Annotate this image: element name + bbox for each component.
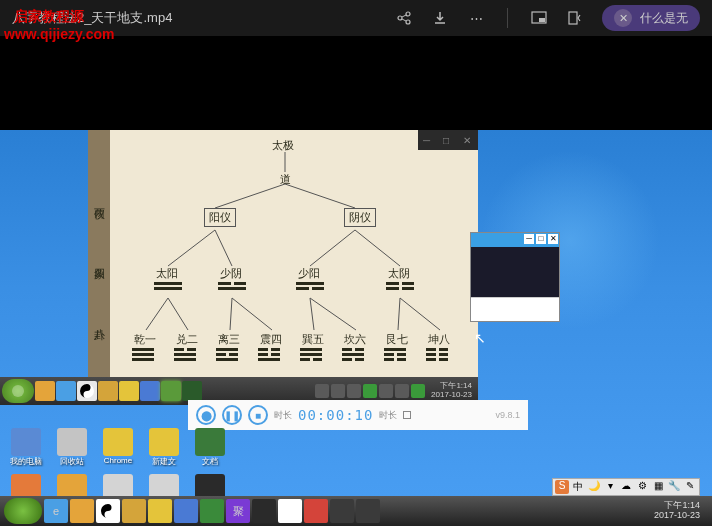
- diagram-sidebar: 两仪 四象 八卦: [88, 130, 110, 390]
- search-pill[interactable]: ✕ 什么是无: [602, 5, 700, 31]
- tree-sub: 道: [280, 172, 291, 187]
- desktop-icon[interactable]: 我的电脑: [6, 428, 46, 470]
- taskbar-item[interactable]: [70, 499, 94, 523]
- svg-line-20: [310, 298, 356, 330]
- taskbar-item[interactable]: [119, 381, 139, 401]
- tree-l2-0: 阳仪: [204, 208, 236, 227]
- close-icon[interactable]: ✕: [614, 9, 632, 27]
- desktop-icon[interactable]: 回收站: [52, 428, 92, 470]
- tree-l3-3: 太阴: [388, 266, 410, 281]
- taskbar-ie-icon[interactable]: e: [44, 499, 68, 523]
- taskbar-item[interactable]: [140, 381, 160, 401]
- more-icon[interactable]: ⋯: [467, 9, 485, 27]
- taskbar-item[interactable]: [200, 499, 224, 523]
- record-button[interactable]: ⬤: [196, 405, 216, 425]
- hexagram-1: [154, 282, 182, 290]
- svg-rect-7: [569, 12, 577, 24]
- taskbar-item[interactable]: [356, 499, 380, 523]
- tray-icon[interactable]: [411, 384, 425, 398]
- tree-l4-2: 离三: [218, 332, 240, 347]
- diagram-titlebar: ─ □ ✕: [418, 130, 478, 150]
- svg-line-14: [355, 230, 400, 266]
- secondary-window[interactable]: ─ □ ✕: [470, 232, 560, 322]
- taskbar-item[interactable]: [35, 381, 55, 401]
- tray-icon[interactable]: [395, 384, 409, 398]
- taskbar-item[interactable]: [252, 499, 276, 523]
- taskbar-item-yinyang[interactable]: [77, 381, 97, 401]
- tray-icon[interactable]: [363, 384, 377, 398]
- pause-button[interactable]: ❚❚: [222, 405, 242, 425]
- svg-line-16: [168, 298, 188, 330]
- svg-line-9: [215, 184, 285, 208]
- taskbar-folder-icon[interactable]: [148, 499, 172, 523]
- outer-clock[interactable]: 下午1:142017-10-23: [650, 501, 704, 521]
- ime-tool-icon[interactable]: 🔧: [667, 480, 681, 494]
- taskbar-item[interactable]: [56, 381, 76, 401]
- tree-l3-1: 少阴: [220, 266, 242, 281]
- maximize-icon[interactable]: □: [536, 234, 546, 244]
- ime-dropdown-icon[interactable]: ▾: [603, 480, 617, 494]
- stop-button[interactable]: ■: [248, 405, 268, 425]
- taskbar-item[interactable]: 聚: [226, 499, 250, 523]
- tree-l4-4: 巽五: [302, 332, 324, 347]
- desktop-icon[interactable]: Chrome: [98, 428, 138, 470]
- download-icon[interactable]: [431, 9, 449, 27]
- maximize-icon[interactable]: □: [443, 135, 453, 145]
- ime-lang-icon[interactable]: 中: [571, 480, 585, 494]
- diagram-window[interactable]: 两仪 四象 八卦 ─ □ ✕: [88, 130, 478, 390]
- taskbar-item[interactable]: [182, 381, 202, 401]
- ime-moon-icon[interactable]: 🌙: [587, 480, 601, 494]
- inner-clock[interactable]: 下午1:142017-10-23: [427, 382, 476, 400]
- share-icon[interactable]: [395, 9, 413, 27]
- taskbar-item[interactable]: [330, 499, 354, 523]
- trigram-3: [216, 348, 238, 361]
- desktop-icon[interactable]: 文档: [190, 428, 230, 470]
- trigram-1: [132, 348, 154, 361]
- secondary-footer: [471, 297, 559, 321]
- tree-l3-0: 太阳: [156, 266, 178, 281]
- svg-line-17: [230, 298, 232, 330]
- tree-l4-0: 乾一: [134, 332, 156, 347]
- taskbar-yinyang-icon[interactable]: [96, 499, 120, 523]
- tray-icon[interactable]: [347, 384, 361, 398]
- tray-icon[interactable]: [331, 384, 345, 398]
- start-button[interactable]: [4, 498, 42, 524]
- menu-icon[interactable]: [403, 411, 411, 419]
- taskbar-item[interactable]: [174, 499, 198, 523]
- close-icon[interactable]: ✕: [548, 234, 558, 244]
- ime-cloud-icon[interactable]: ☁: [619, 480, 633, 494]
- minimize-icon[interactable]: ─: [524, 234, 534, 244]
- ime-main-icon[interactable]: S: [555, 480, 569, 494]
- collapse-icon[interactable]: [566, 9, 584, 27]
- ime-pen-icon[interactable]: ✎: [683, 480, 697, 494]
- svg-line-12: [215, 230, 232, 266]
- svg-line-3: [402, 15, 406, 17]
- tree-lines: [110, 130, 478, 390]
- taskbar-item[interactable]: [122, 499, 146, 523]
- close-icon[interactable]: ✕: [463, 135, 473, 145]
- svg-line-15: [146, 298, 168, 330]
- ime-gear-icon[interactable]: ⚙: [635, 480, 649, 494]
- hexagram-3: [296, 282, 324, 290]
- pip-icon[interactable]: [530, 9, 548, 27]
- taskbar-item[interactable]: [98, 381, 118, 401]
- tray-icon[interactable]: [315, 384, 329, 398]
- tray-icon[interactable]: [379, 384, 393, 398]
- tree-l3-2: 少阳: [298, 266, 320, 281]
- remote-desktop: 两仪 四象 八卦 ─ □ ✕: [0, 130, 712, 526]
- ime-keyboard-icon[interactable]: ▦: [651, 480, 665, 494]
- start-button[interactable]: [2, 379, 34, 403]
- trigram-8: [426, 348, 448, 361]
- taskbar-item-active[interactable]: [161, 381, 181, 401]
- taskbar-item[interactable]: [304, 499, 328, 523]
- desktop-icon[interactable]: 新建文: [144, 428, 184, 470]
- taskbar-item[interactable]: [278, 499, 302, 523]
- watermark-text-2: www.qijiezy.com: [4, 26, 114, 42]
- minimize-icon[interactable]: ─: [423, 135, 433, 145]
- hexagram-4: [386, 282, 414, 290]
- divider: [507, 8, 508, 28]
- secondary-titlebar: ─ □ ✕: [471, 233, 559, 247]
- trigram-6: [342, 348, 364, 361]
- ime-toolbar[interactable]: S 中 🌙 ▾ ☁ ⚙ ▦ 🔧 ✎: [552, 478, 700, 496]
- svg-line-10: [285, 184, 355, 208]
